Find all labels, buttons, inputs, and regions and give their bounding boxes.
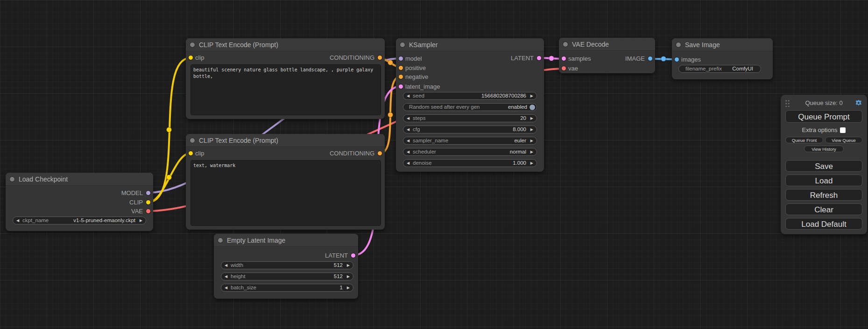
link-midpoint-dot[interactable]: [388, 60, 393, 65]
widget-label: seed: [413, 92, 424, 99]
prev-value-arrow-icon[interactable]: ◀: [407, 137, 409, 144]
height-widget[interactable]: ◀ height 512 ▶: [221, 273, 353, 280]
node-clip-text-encode-negative[interactable]: CLIP Text Encode (Prompt) clip CONDITION…: [186, 134, 385, 230]
increment-arrow-icon[interactable]: ▶: [347, 262, 350, 269]
sampler-name-widget[interactable]: ◀ sampler_name euler ▶: [403, 137, 537, 145]
node-title-bar[interactable]: KSampler: [396, 38, 544, 51]
output-label-vae: VAE: [131, 208, 143, 215]
widget-value: euler: [514, 137, 526, 144]
ckpt-name-widget[interactable]: ◀ ckpt_name v1-5-pruned-emaonly.ckpt ▶: [13, 217, 146, 224]
link-midpoint-dot[interactable]: [388, 112, 393, 118]
next-value-arrow-icon[interactable]: ▶: [530, 137, 533, 144]
node-save-image[interactable]: Save Image images filename_prefix ComfyU…: [672, 38, 773, 79]
input-dot-clip[interactable]: [189, 151, 193, 155]
node-title-bar[interactable]: CLIP Text Encode (Prompt): [186, 134, 385, 147]
widget-label: steps: [413, 115, 426, 122]
random-seed-widget[interactable]: Random seed after every gen enabled: [403, 103, 537, 111]
collapse-dot-icon[interactable]: [10, 177, 14, 182]
prompt-textarea[interactable]: beautiful scenery nature glass bottle la…: [191, 64, 381, 115]
input-dot-vae[interactable]: [562, 66, 566, 70]
load-default-button[interactable]: Load Default: [785, 218, 862, 230]
node-title-bar[interactable]: Load Checkpoint: [6, 173, 153, 186]
node-title-bar[interactable]: Save Image: [672, 38, 773, 51]
decrement-arrow-icon[interactable]: ◀: [407, 160, 409, 167]
input-dot-model[interactable]: [399, 56, 403, 61]
increment-arrow-icon[interactable]: ▶: [347, 284, 350, 291]
node-vae-decode[interactable]: VAE Decode samples vae IMAGE: [559, 38, 655, 73]
save-button[interactable]: Save: [785, 160, 862, 172]
collapse-dot-icon[interactable]: [563, 42, 568, 47]
seed-widget[interactable]: ◀ seed 156680208700286 ▶: [403, 92, 537, 100]
input-dot-negative[interactable]: [399, 75, 403, 79]
extra-options-checkbox[interactable]: [840, 127, 846, 133]
decrement-arrow-icon[interactable]: ◀: [407, 126, 409, 133]
collapse-dot-icon[interactable]: [190, 42, 195, 47]
increment-arrow-icon[interactable]: ▶: [530, 115, 533, 122]
input-dot-latent-image[interactable]: [399, 84, 403, 89]
output-dot-conditioning[interactable]: [378, 56, 382, 60]
denoise-widget[interactable]: ◀ denoise 1.000 ▶: [403, 159, 537, 167]
widget-label: ckpt_name: [22, 217, 49, 224]
filename-prefix-widget[interactable]: filename_prefix ComfyUI: [678, 65, 761, 73]
refresh-button[interactable]: Refresh: [785, 189, 862, 201]
prev-value-arrow-icon[interactable]: ◀: [16, 217, 19, 224]
width-widget[interactable]: ◀ width 512 ▶: [221, 261, 353, 269]
node-title-bar[interactable]: VAE Decode: [559, 38, 655, 51]
node-empty-latent-image[interactable]: Empty Latent Image LATENT ◀ width 512 ▶ …: [214, 234, 358, 299]
collapse-dot-icon[interactable]: [190, 138, 195, 143]
link-midpoint-dot[interactable]: [549, 56, 554, 61]
decrement-arrow-icon[interactable]: ◀: [225, 262, 227, 269]
output-dot-clip[interactable]: [146, 200, 150, 204]
node-title-bar[interactable]: CLIP Text Encode (Prompt): [186, 38, 385, 51]
input-dot-clip[interactable]: [189, 56, 193, 60]
output-dot-image[interactable]: [648, 56, 652, 61]
widget-label: denoise: [413, 160, 431, 167]
cfg-widget[interactable]: ◀ cfg 8.000 ▶: [403, 126, 537, 133]
widget-label: width: [231, 262, 243, 269]
next-value-arrow-icon[interactable]: ▶: [530, 148, 533, 155]
increment-arrow-icon[interactable]: ▶: [530, 126, 533, 133]
increment-arrow-icon[interactable]: ▶: [530, 92, 533, 99]
input-dot-samples[interactable]: [562, 56, 566, 61]
output-dot-model[interactable]: [146, 191, 150, 195]
decrement-arrow-icon[interactable]: ◀: [225, 273, 227, 280]
output-dot-conditioning[interactable]: [378, 151, 382, 155]
load-button[interactable]: Load: [785, 175, 862, 186]
queue-front-button[interactable]: Queue Front: [785, 137, 823, 143]
decrement-arrow-icon[interactable]: ◀: [407, 115, 409, 122]
link-midpoint-dot[interactable]: [167, 175, 172, 180]
next-value-arrow-icon[interactable]: ▶: [140, 217, 142, 224]
input-dot-images[interactable]: [675, 57, 679, 62]
clear-button[interactable]: Clear: [785, 203, 862, 215]
settings-gear-icon[interactable]: [855, 99, 863, 107]
comfyui-canvas[interactable]: { "nodes": { "load_checkpoint": { "title…: [0, 0, 868, 329]
output-label-model: MODEL: [121, 189, 143, 196]
link-midpoint-dot[interactable]: [167, 127, 172, 133]
node-title: KSampler: [409, 41, 438, 49]
decrement-arrow-icon[interactable]: ◀: [225, 284, 227, 291]
output-dot-latent[interactable]: [351, 253, 355, 258]
increment-arrow-icon[interactable]: ▶: [347, 273, 350, 280]
prev-value-arrow-icon[interactable]: ◀: [407, 148, 409, 155]
queue-prompt-button[interactable]: Queue Prompt: [785, 110, 862, 123]
output-dot-vae[interactable]: [146, 209, 150, 213]
collapse-dot-icon[interactable]: [400, 42, 405, 47]
collapse-dot-icon[interactable]: [676, 42, 681, 47]
batch-size-widget[interactable]: ◀ batch_size 1 ▶: [221, 284, 353, 292]
increment-arrow-icon[interactable]: ▶: [530, 160, 533, 167]
node-ksampler[interactable]: KSampler model positive negative latent_…: [396, 38, 544, 172]
node-load-checkpoint[interactable]: Load Checkpoint MODEL CLIP VAE ◀ ckpt_na…: [6, 173, 153, 231]
decrement-arrow-icon[interactable]: ◀: [407, 92, 409, 99]
view-queue-button[interactable]: View Queue: [825, 137, 862, 143]
steps-widget[interactable]: ◀ steps 20 ▶: [403, 114, 537, 122]
output-dot-latent[interactable]: [537, 56, 541, 60]
toggle-circle-icon[interactable]: [529, 105, 535, 110]
input-dot-positive[interactable]: [399, 66, 403, 70]
collapse-dot-icon[interactable]: [218, 238, 223, 243]
scheduler-widget[interactable]: ◀ scheduler normal ▶: [403, 148, 537, 156]
node-clip-text-encode-positive[interactable]: CLIP Text Encode (Prompt) clip CONDITION…: [186, 38, 385, 119]
link-midpoint-dot[interactable]: [661, 56, 666, 62]
view-history-button[interactable]: View History: [804, 146, 844, 152]
node-title-bar[interactable]: Empty Latent Image: [214, 234, 358, 247]
prompt-textarea[interactable]: text, watermark: [191, 160, 381, 226]
